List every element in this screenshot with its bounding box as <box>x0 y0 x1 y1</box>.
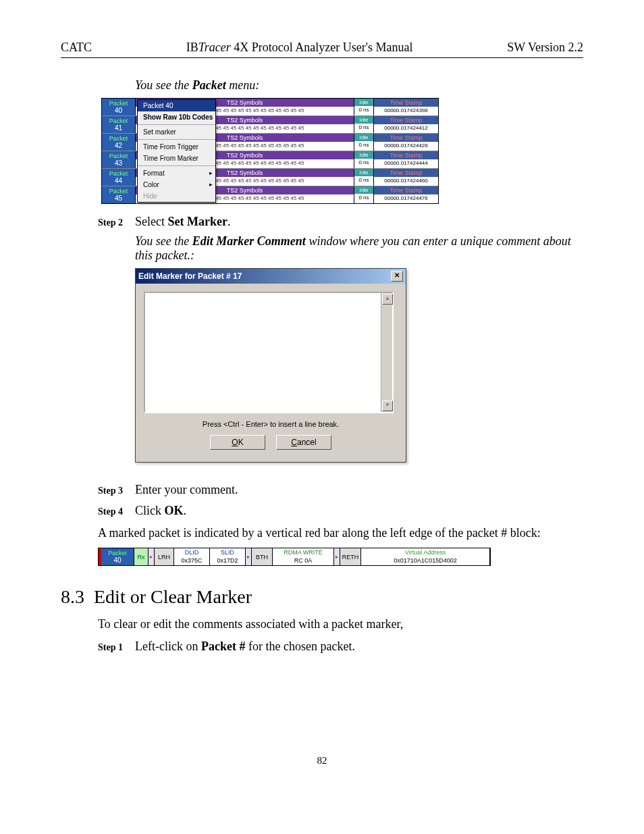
packet-number: 40 <box>101 556 134 564</box>
section-number: 8.3 <box>61 586 84 607</box>
packet-label: Packet <box>102 100 135 107</box>
t: O <box>232 438 238 447</box>
timestamp-cell: Time Stamp00000.017424412 <box>374 116 438 133</box>
marked-para: A marked packet is indicated by a vertic… <box>98 525 583 541</box>
packet-cell[interactable]: Packet42 <box>102 134 136 151</box>
idle-value: 0 ns <box>354 106 373 113</box>
va-value: 0x01710A1C015D4002 <box>361 556 489 565</box>
menu-item-format[interactable]: Format <box>138 167 215 179</box>
t: for the chosen packet. <box>245 640 354 653</box>
idle-cell: Idle0 ns <box>354 134 374 151</box>
t: K <box>238 438 244 447</box>
menu-item-show-raw[interactable]: Show Raw 10b Codes <box>138 111 215 123</box>
packet-number: 40 <box>102 107 135 114</box>
idle-header: Idle <box>354 99 373 106</box>
header-ib: IB <box>186 41 198 54</box>
packet-number: 42 <box>102 142 135 149</box>
packet-cell[interactable]: Packet41 <box>102 116 136 133</box>
timestamp-value: 00000.017424398 <box>374 107 438 114</box>
instr-2: You see the Edit Marker Comment window w… <box>135 234 576 263</box>
arrow-icon: ▸ <box>334 548 340 565</box>
idle-value: 0 ns <box>354 124 373 131</box>
packet-cell[interactable]: Packet40 <box>102 99 136 115</box>
t: Left-click on <box>135 640 201 653</box>
dlid-value: 0x375C <box>174 556 209 565</box>
section-heading: 8.3 Edit or Clear Marker <box>61 586 583 608</box>
dialog-title-text: Edit Marker for Packet # 17 <box>138 271 242 281</box>
document-page: CATC IBTracer 4X Protocol Analyzer User'… <box>0 0 644 793</box>
packet-cell[interactable]: Packet 40 <box>101 548 134 565</box>
t: Set Marker <box>167 215 227 228</box>
slid-value: 0x17D2 <box>210 556 245 565</box>
menu-item-hide[interactable]: Hide <box>138 190 215 202</box>
timestamp-header: Time Stamp <box>374 116 438 124</box>
menu-separator <box>138 165 215 166</box>
idle-value: 0 ns <box>354 194 373 201</box>
step-text: Click OK. <box>135 504 186 518</box>
menu-item-time-marker[interactable]: Time From Marker <box>138 153 215 164</box>
step-text: Enter your comment. <box>135 483 238 497</box>
step-label: Step 4 <box>98 506 135 517</box>
packet-trace-screenshot: Packet40TS2 Symbols45 45 45 45 45 45 45 … <box>101 98 439 204</box>
timestamp-header: Time Stamp <box>374 134 438 142</box>
page-number: 82 <box>61 755 583 766</box>
page-header: CATC IBTracer 4X Protocol Analyzer User'… <box>61 41 583 58</box>
packet-cell[interactable]: Packet43 <box>102 151 136 168</box>
timestamp-header: Time Stamp <box>374 99 438 107</box>
rdma-header: RDMA WRITE <box>273 548 333 556</box>
t: ancel <box>297 438 317 447</box>
idle-value: 0 ns <box>354 176 373 184</box>
step-text: Select Set Marker. <box>135 215 230 229</box>
timestamp-value: 00000.017424428 <box>374 142 438 149</box>
dialog-buttons: OK Cancel <box>144 435 398 454</box>
menu-separator <box>138 139 215 140</box>
packet-cell[interactable]: Packet45 <box>102 186 136 203</box>
step-1: Step 1 Left-click on Packet # for the ch… <box>98 640 583 654</box>
scroll-up-icon[interactable]: ▲ <box>382 294 393 305</box>
dialog-titlebar: Edit Marker for Packet # 17 ✕ <box>136 269 406 284</box>
idle-cell: Idle0 ns <box>354 169 374 186</box>
menu-item-time-trigger[interactable]: Time From Trigger <box>138 141 215 153</box>
menu-item-packet[interactable]: Packet 40 <box>138 100 215 111</box>
scrollbar[interactable]: ▲ ▼ <box>381 293 392 412</box>
t: Click <box>135 504 165 517</box>
dlid-header: DLID <box>174 548 209 556</box>
idle-header: Idle <box>354 151 373 159</box>
timestamp-value: 00000.017424444 <box>374 159 438 167</box>
packet-label: Packet <box>102 118 135 124</box>
idle-header: Idle <box>354 116 373 124</box>
idle-header: Idle <box>354 169 373 176</box>
intro-suf: menu: <box>226 78 259 92</box>
reth-cell: RETH <box>340 548 361 565</box>
t: OK <box>165 504 184 517</box>
lrh-cell: LRH <box>155 548 174 565</box>
intro-line: You see the Packet menu: <box>135 78 576 93</box>
idle-cell: Idle0 ns <box>354 186 374 203</box>
idle-value: 0 ns <box>354 159 373 166</box>
cancel-button[interactable]: Cancel <box>276 435 331 450</box>
idle-value: 0 ns <box>354 141 373 149</box>
ok-button[interactable]: OK <box>210 435 265 450</box>
menu-item-set-marker[interactable]: Set marker <box>138 126 215 138</box>
slid-header: SLID <box>210 548 245 556</box>
rx-cell: Rx <box>134 548 149 565</box>
t: You see the <box>135 234 192 248</box>
timestamp-value: 00000.017424476 <box>374 194 438 202</box>
rdma-col: RDMA WRITE RC 0A <box>273 548 334 565</box>
idle-cell: Idle0 ns <box>354 116 374 133</box>
timestamp-header: Time Stamp <box>374 186 438 194</box>
packet-number: 41 <box>102 124 135 132</box>
packet-cell[interactable]: Packet44 <box>102 169 136 186</box>
menu-item-color[interactable]: Color <box>138 179 215 190</box>
header-right: SW Version 2.2 <box>480 41 583 55</box>
comment-textarea[interactable]: ▲ ▼ <box>144 292 394 413</box>
context-menu: Packet 40 Show Raw 10b Codes Set marker … <box>137 99 216 203</box>
scroll-down-icon[interactable]: ▼ <box>382 400 393 411</box>
marked-packet-screenshot: Packet 40 Rx ▸ LRH DLID 0x375C SLID 0x17… <box>98 548 491 566</box>
slid-col: SLID 0x17D2 <box>210 548 246 565</box>
dialog-hint: Press <Ctrl - Enter> to insert a line br… <box>144 420 398 428</box>
timestamp-value: 00000.017424412 <box>374 124 438 132</box>
packet-number: 45 <box>102 194 135 202</box>
arrow-icon: ▸ <box>149 548 155 565</box>
close-icon[interactable]: ✕ <box>391 271 403 282</box>
